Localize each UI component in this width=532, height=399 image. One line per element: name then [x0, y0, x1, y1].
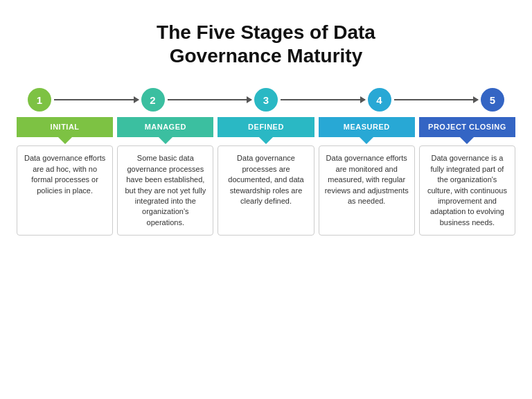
arrow-2 — [168, 99, 252, 100]
stage-1-circle: 1 — [28, 88, 51, 112]
stage-2-num-wrapper: 2 — [141, 88, 255, 112]
stage-4-circle: 4 — [368, 88, 391, 112]
card-4: Data governance efforts are monitored an… — [319, 145, 415, 236]
stage-5-circle: 5 — [481, 88, 504, 112]
label-3: DEFINED — [218, 117, 314, 137]
card-5: Data governance is a fully integrated pa… — [419, 145, 515, 236]
title-section: The Five Stages of Data Governance Matur… — [157, 21, 375, 67]
main-title: The Five Stages of Data Governance Matur… — [157, 21, 375, 67]
stage-2-circle: 2 — [141, 88, 165, 112]
card-1: Data governance efforts are ad hoc, with… — [17, 145, 113, 236]
card-2: Some basic data governance processes hav… — [117, 145, 213, 236]
label-4: MEASURED — [319, 117, 415, 137]
label-2: MANAGED — [117, 117, 213, 137]
label-5: PROJECT CLOSING — [419, 117, 515, 137]
stage-5-num-wrapper: 5 — [481, 88, 504, 112]
stage-3-num-wrapper: 3 — [254, 88, 368, 112]
numbers-row: 1 2 3 4 5 — [14, 88, 518, 112]
cards-row: Data governance efforts are ad hoc, with… — [14, 145, 518, 236]
stage-3-circle: 3 — [254, 88, 278, 112]
stage-1-num-wrapper: 1 — [28, 88, 141, 112]
arrow-4 — [394, 99, 479, 100]
stage-4-num-wrapper: 4 — [368, 88, 481, 112]
label-1: INITIAL — [17, 117, 113, 137]
labels-row: INITIAL MANAGED DEFINED MEASURED PROJECT… — [14, 117, 518, 137]
arrow-1 — [54, 99, 139, 100]
stages-container: 1 2 3 4 5 INITI — [14, 88, 518, 236]
card-3: Data governance processes are documented… — [218, 145, 314, 236]
arrow-3 — [281, 99, 365, 100]
